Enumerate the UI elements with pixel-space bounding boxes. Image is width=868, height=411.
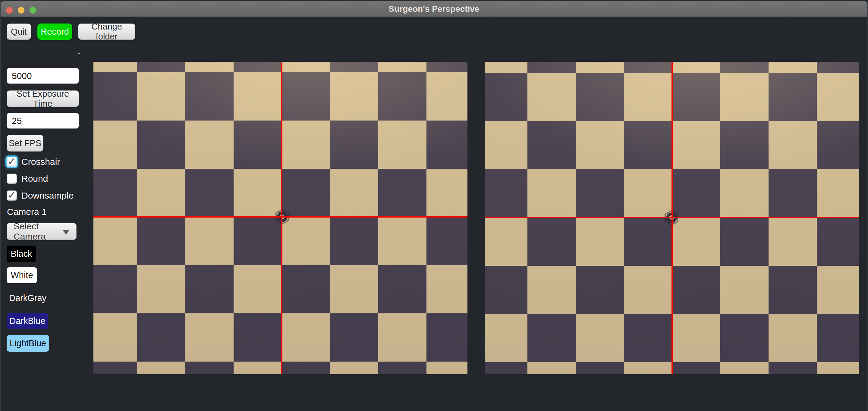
titlebar: Surgeon's Perspective [1,0,867,17]
crosshair-checkbox-label: Crosshair [22,157,60,167]
set-exposure-time-button[interactable]: Set Exposure Time [7,90,79,107]
color-button-darkgray[interactable]: DarkGray [7,290,49,307]
camera-select-dropdown[interactable]: Select Camera [7,223,76,240]
round-checkbox-label: Round [22,173,48,184]
downsample-checkbox[interactable]: ✓ [7,190,17,201]
round-checkbox-row: ✓ Round [7,173,48,184]
exposure-time-input[interactable] [7,68,79,84]
downsample-checkbox-row: ✓ Downsample [7,190,73,201]
crosshair-checkbox[interactable]: ✓ [7,157,17,167]
color-button-black[interactable]: Black [7,246,36,262]
fps-input[interactable] [7,113,79,129]
record-button[interactable]: Record [37,24,72,40]
app-window: Surgeon's Perspective Quit Record Change… [0,0,868,411]
quit-button[interactable]: Quit [7,24,31,40]
checkmark-icon: ✓ [7,156,16,166]
window-title: Surgeon's Perspective [1,1,867,17]
camera-select-value: Select Camera [13,221,70,242]
camera-section-label: Camera 1 [7,207,47,217]
crosshair-horizontal-line [485,217,859,218]
crosshair-vertical-line [281,62,282,374]
camera-view-1 [93,62,467,374]
set-fps-button[interactable]: Set FPS [7,135,43,152]
color-button-darkblue[interactable]: DarkBlue [7,313,48,329]
crosshair-horizontal-line [93,216,467,218]
round-checkbox[interactable]: ✓ [7,173,17,184]
downsample-checkbox-label: Downsample [22,190,73,201]
checkmark-icon: ✓ [7,190,16,200]
color-button-lightblue[interactable]: LightBlue [7,335,49,352]
stray-dot: . [78,45,81,56]
chevron-down-icon [62,230,70,234]
crosshair-checkbox-row: ✓ Crosshair [7,157,60,167]
change-folder-button[interactable]: Change folder [78,24,135,40]
color-button-white[interactable]: White [7,267,37,283]
camera-view-2 [485,62,859,374]
